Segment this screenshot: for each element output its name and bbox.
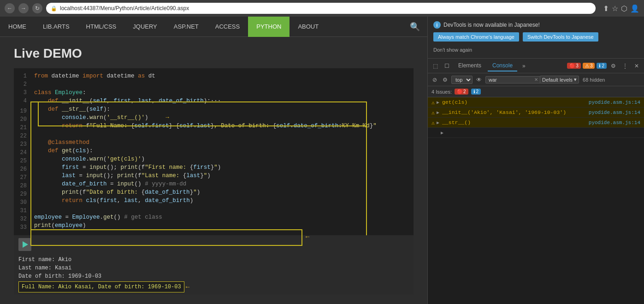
code-lines[interactable]: from datetime import datetime as dt clas… (30, 68, 414, 235)
main-layout: HOME LIB.ARTS HTML/CSS JQUERY ASP.NET AC… (0, 17, 644, 304)
search-icon[interactable]: 🔍 (410, 22, 427, 32)
run-area (14, 235, 414, 254)
nav-item-access[interactable]: ACCESS (207, 17, 248, 37)
source-link-1[interactable]: pyodide.asm.js:14 (589, 100, 640, 105)
code-line-24: def get(cls): (34, 147, 410, 155)
code-line-19: def __str__(self): (34, 105, 410, 113)
badge-blue: ℹ 2 (597, 63, 607, 69)
hidden-count: 68 hidden (583, 77, 605, 83)
star-button[interactable]: ☆ (612, 4, 618, 13)
console-entry-str[interactable]: → ⚠ ▶ __str__() pyodide.asm.js:14 (428, 118, 644, 128)
code-line-25: console.warn('get(cls)') (34, 155, 410, 163)
run-button[interactable] (18, 238, 31, 251)
browser-actions: ⬆ ☆ ⬡ 👤 (603, 4, 639, 13)
settings-button[interactable]: ⚙ (609, 61, 618, 71)
notification-buttons: Always match Chrome's language Switch De… (433, 32, 638, 42)
code-line-27: last = input(); print(f"Last name: {last… (34, 172, 410, 180)
entry-text-1: get(cls) (442, 99, 589, 105)
output-highlight: Full Name: Akio Kasai, Date of birth: 19… (18, 281, 184, 292)
url-text: localhost:44387/Menu/Python/Article/Arti… (60, 5, 189, 12)
source-link-3[interactable]: pyodide.asm.js:14 (589, 120, 640, 125)
share-button[interactable]: ⬆ (603, 4, 609, 13)
nav-item-about[interactable]: ABOUT (290, 17, 327, 37)
search-clear-icon[interactable]: ✕ (534, 77, 538, 82)
console-toolbar: ⊘ ⚙ top 👁 ✕ Default levels ▾ 68 hidden (428, 73, 644, 86)
nav-item-aspnet[interactable]: ASP.NET (165, 17, 207, 37)
code-line-20: console.warn('__str__()') → (34, 113, 410, 122)
more-options-button[interactable]: ⋮ (620, 61, 630, 71)
issues-bar: 4 Issues: 🔴 2 ℹ 2 (428, 86, 644, 97)
console-output[interactable]: ⚠ ▶ get(cls) pyodide.asm.js:14 ⚠ ▶ __ini… (428, 97, 644, 304)
code-line-1: from datetime import datetime as dt (34, 72, 410, 80)
notification-message: DevTools is now available in Japanese! (443, 22, 540, 28)
issues-badge-red: 🔴 2 (455, 89, 468, 95)
nav-item-jquery[interactable]: JQUERY (124, 17, 165, 37)
inspect-button[interactable]: ⬚ (431, 61, 440, 71)
code-container[interactable]: 1 2 3 4 19 20 21 22 23 24 25 26 (14, 68, 414, 235)
expand-btn-1[interactable]: ▶ (437, 100, 439, 105)
badge-orange: ⚠ 3 (583, 63, 595, 69)
dismiss-button[interactable]: Don't show again (433, 47, 472, 53)
warn-icon-1: ⚠ (431, 99, 435, 106)
code-line-29: print(f"Date of birth: {date_of_birth}") (34, 188, 410, 197)
devtools-toolbar: ⬚ ☐ Elements Console » 🔴 3 ⚠ 3 ℹ 2 ⚙ ⋮ ✕ (428, 59, 644, 73)
nav-item-python[interactable]: PYTHON (248, 17, 290, 37)
nav-bar: HOME LIB.ARTS HTML/CSS JQUERY ASP.NET AC… (0, 17, 427, 37)
code-line-31 (34, 205, 410, 213)
source-link-2[interactable]: pyodide.asm.js:14 (589, 110, 640, 115)
devtools-panel: i DevTools is now available in Japanese!… (427, 17, 644, 304)
forward-button[interactable]: → (18, 3, 29, 13)
refresh-button[interactable]: ↻ (32, 3, 42, 13)
output-line-1: First name: Akio (18, 256, 409, 264)
devtools-notification: i DevTools is now available in Japanese!… (428, 17, 644, 59)
issues-badge-blue: ℹ 2 (471, 89, 481, 95)
lock-icon: 🔒 (51, 6, 57, 12)
badge-red: 🔴 3 (567, 63, 581, 69)
warn-icon-3: ⚠ (431, 119, 435, 126)
back-button[interactable]: ← (5, 3, 15, 13)
code-line-22 (34, 130, 410, 138)
eye-button[interactable]: 👁 (474, 76, 484, 84)
console-entry-expand[interactable]: ▶ (428, 128, 644, 138)
browser-bar: ← → ↻ 🔒 localhost:44387/Menu/Python/Arti… (0, 0, 644, 17)
expand-btn-2[interactable]: ▶ (437, 110, 439, 115)
nav-item-libarts[interactable]: LIB.ARTS (35, 17, 78, 37)
info-icon: i (433, 21, 441, 29)
nav-item-home[interactable]: HOME (0, 17, 35, 37)
entry-text-2: __init__('Akio', 'Kasai', '1969-10-03') (442, 109, 589, 115)
left-panel: HOME LIB.ARTS HTML/CSS JQUERY ASP.NET AC… (0, 17, 427, 304)
code-line-4: def __init__(self, first, last, date_of_… (34, 97, 410, 105)
switch-language-button[interactable]: Switch DevTools to Japanese (523, 32, 598, 42)
address-bar[interactable]: 🔒 localhost:44387/Menu/Python/Article/Ar… (46, 3, 596, 14)
console-entry-init[interactable]: ⚠ ▶ __init__('Akio', 'Kasai', '1969-10-0… (428, 107, 644, 118)
code-wrapper: 1 2 3 4 19 20 21 22 23 24 25 26 (14, 68, 414, 295)
entry-text-3: __str__() (442, 119, 589, 125)
warn-icon-2: ⚠ (431, 109, 435, 116)
console-entry-get-cls[interactable]: ⚠ ▶ get(cls) pyodide.asm.js:14 (428, 97, 644, 107)
content-area: Live DEMO 1 2 3 4 19 20 21 (0, 37, 427, 304)
context-selector[interactable]: top (451, 76, 473, 84)
code-line-21: return f"Full Name: {self.first} {self.l… (34, 122, 410, 130)
code-line-28: date_of_birth = input() # yyyy-mm-dd (34, 180, 410, 188)
more-tabs-button[interactable]: » (520, 61, 528, 71)
default-levels-dropdown[interactable]: Default levels ▾ (540, 76, 579, 83)
expand-arrow[interactable]: ▶ (441, 130, 443, 136)
device-button[interactable]: ☐ (442, 61, 452, 71)
console-search-input[interactable] (485, 76, 541, 83)
line-numbers: 1 2 3 4 19 20 21 22 23 24 25 26 (14, 68, 30, 235)
issues-label: 4 Issues: (431, 89, 452, 95)
tab-console[interactable]: Console (488, 60, 517, 72)
extensions-button[interactable]: ⬡ (621, 4, 627, 13)
close-devtools-button[interactable]: ✕ (632, 61, 641, 71)
tab-elements[interactable]: Elements (454, 60, 486, 72)
filter-button[interactable]: ⚙ (441, 76, 449, 84)
code-line-3: class Employee: (34, 89, 410, 97)
code-line-2 (34, 80, 410, 89)
nav-item-htmlcss[interactable]: HTML/CSS (78, 17, 125, 37)
clear-console-button[interactable]: ⊘ (431, 76, 439, 84)
code-line-26: first = input(); print(f"First name: {fi… (34, 163, 410, 172)
profile-button[interactable]: 👤 (630, 4, 639, 13)
code-line-23: @classmethod (34, 138, 410, 147)
match-language-button[interactable]: Always match Chrome's language (433, 32, 519, 42)
expand-btn-3[interactable]: ▶ (437, 120, 439, 125)
